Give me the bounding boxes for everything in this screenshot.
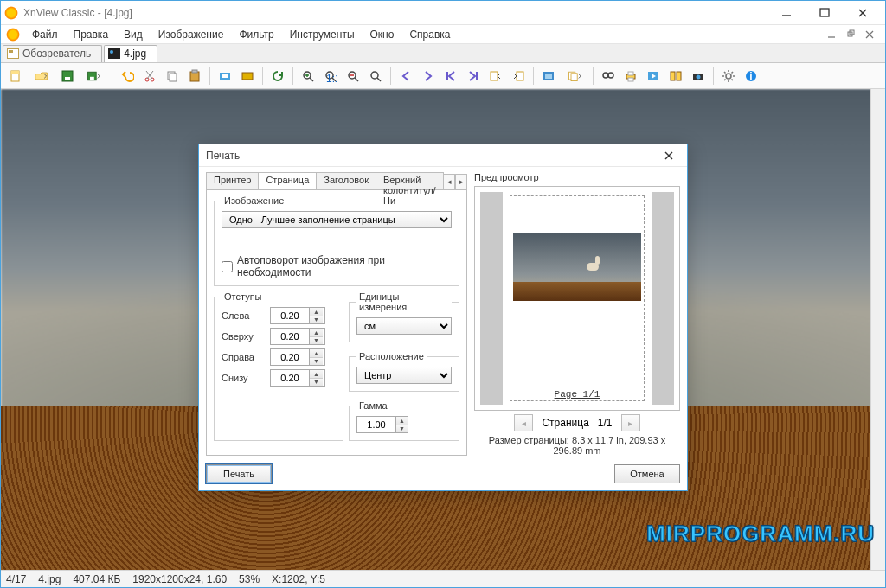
tool-slideshow[interactable] xyxy=(644,67,663,86)
mdi-restore-button[interactable] xyxy=(844,28,857,42)
margin-left-spin[interactable]: ▲▼ xyxy=(270,307,325,324)
tool-print[interactable] xyxy=(621,67,640,86)
print-button[interactable]: Печать xyxy=(206,464,272,483)
placement-group: Расположение Центр xyxy=(349,351,459,392)
dialog-tab-page[interactable]: Страница xyxy=(258,172,317,189)
margin-top-input[interactable] xyxy=(271,329,309,344)
dialog-tab-header[interactable]: Заголовок xyxy=(316,172,376,189)
svg-point-57 xyxy=(726,74,731,79)
menu-filter[interactable]: Фильтр xyxy=(232,27,280,42)
spin-up-icon[interactable]: ▲ xyxy=(310,349,323,358)
preview-page: Page 1/1 xyxy=(506,192,648,405)
margin-right-spin[interactable]: ▲▼ xyxy=(270,348,325,366)
spin-down-icon[interactable]: ▼ xyxy=(310,316,323,324)
autorotate-checkbox[interactable] xyxy=(222,261,233,272)
tab-scroll-right[interactable]: ▸ xyxy=(455,174,467,189)
menu-window[interactable]: Окно xyxy=(363,27,401,42)
margin-bottom-spin[interactable]: ▲▼ xyxy=(270,369,325,387)
tool-zoom-in[interactable] xyxy=(299,67,318,86)
svg-rect-51 xyxy=(628,78,633,81)
tool-save[interactable] xyxy=(58,67,77,86)
svg-point-47 xyxy=(608,73,613,78)
margin-right-input[interactable] xyxy=(271,349,309,365)
window-maximize-button[interactable] xyxy=(806,3,844,23)
margin-top-spin[interactable]: ▲▼ xyxy=(270,328,325,345)
toolbar-sep xyxy=(292,67,293,85)
spin-down-icon[interactable]: ▼ xyxy=(396,425,408,433)
dialog-tab-printer[interactable]: Принтер xyxy=(206,172,259,189)
tool-settings[interactable] xyxy=(719,67,738,86)
menu-tools[interactable]: Инструменты xyxy=(283,27,362,42)
spin-down-icon[interactable]: ▼ xyxy=(310,358,323,366)
tool-screenshot[interactable] xyxy=(215,67,234,86)
dialog-close-button[interactable] xyxy=(658,147,680,164)
content-viewport[interactable]: MIRPROGRAMM.RU Печать Принтер Страница З… xyxy=(1,89,885,570)
status-zoom: 53% xyxy=(239,573,260,585)
gamma-input[interactable] xyxy=(357,417,395,432)
tool-cut[interactable] xyxy=(140,67,159,86)
tool-nav-last[interactable] xyxy=(464,67,483,86)
svg-text:i: i xyxy=(749,70,752,82)
tool-about[interactable]: i xyxy=(742,67,761,86)
spin-up-icon[interactable]: ▲ xyxy=(310,370,323,379)
margin-bottom-input[interactable] xyxy=(271,370,309,386)
tab-scroll-left[interactable]: ◂ xyxy=(443,174,455,189)
tool-save-as[interactable] xyxy=(80,67,106,86)
tool-paste[interactable] xyxy=(185,67,204,86)
dialog-titlebar[interactable]: Печать xyxy=(199,144,687,167)
svg-rect-21 xyxy=(190,72,199,81)
tool-zoom-out[interactable] xyxy=(343,67,363,86)
mdi-controls xyxy=(821,28,880,42)
menu-image[interactable]: Изображение xyxy=(151,27,231,42)
menu-help[interactable]: Справка xyxy=(402,27,457,42)
placement-group-label: Расположение xyxy=(356,351,427,361)
tool-find[interactable] xyxy=(599,67,618,86)
spin-up-icon[interactable]: ▲ xyxy=(310,329,323,337)
preview-prev-button[interactable]: ◂ xyxy=(514,414,533,431)
tool-nav-prev[interactable] xyxy=(396,67,415,86)
tool-new[interactable] xyxy=(6,67,25,86)
vertical-scrollbar[interactable] xyxy=(870,89,885,570)
tool-reload[interactable] xyxy=(268,67,287,86)
preview-next-button[interactable]: ▸ xyxy=(621,414,640,431)
tool-page-next[interactable] xyxy=(509,67,528,86)
spin-down-icon[interactable]: ▼ xyxy=(310,379,323,387)
spin-up-icon[interactable]: ▲ xyxy=(396,417,408,425)
app-icon xyxy=(4,6,18,20)
window-minimize-button[interactable] xyxy=(767,3,806,23)
menu-view[interactable]: Вид xyxy=(117,27,150,42)
dialog-tab-footer[interactable]: Верхний колонтитул/Ни xyxy=(376,172,444,189)
tool-page-prev[interactable] xyxy=(486,67,505,86)
dialog-title: Печать xyxy=(206,150,240,162)
tool-undo[interactable] xyxy=(118,67,137,86)
tool-compare[interactable] xyxy=(666,67,685,86)
tool-zoom-100[interactable]: 1:1 xyxy=(321,67,340,86)
spin-up-icon[interactable]: ▲ xyxy=(310,308,323,316)
tool-open[interactable] xyxy=(29,67,55,86)
units-select[interactable]: см xyxy=(356,317,452,335)
spin-down-icon[interactable]: ▼ xyxy=(310,337,323,345)
tool-nav-first[interactable] xyxy=(441,67,460,86)
menu-edit[interactable]: Правка xyxy=(67,27,116,42)
menu-file[interactable]: Файл xyxy=(25,27,65,42)
mdi-minimize-button[interactable] xyxy=(825,28,838,42)
toolbar-sep xyxy=(713,67,714,85)
cancel-button[interactable]: Отмена xyxy=(614,464,680,483)
gamma-spin[interactable]: ▲▼ xyxy=(356,416,408,433)
mdi-close-button[interactable] xyxy=(863,28,876,42)
tool-zoom-fit[interactable] xyxy=(366,67,385,86)
tab-image[interactable]: 4.jpg xyxy=(104,45,157,62)
tab-browser[interactable]: Обозреватель xyxy=(3,45,102,62)
tool-fullscreen[interactable] xyxy=(539,67,558,86)
window-close-button[interactable] xyxy=(844,3,882,23)
margin-left-input[interactable] xyxy=(271,308,309,323)
tool-copy[interactable] xyxy=(163,67,182,86)
svg-line-34 xyxy=(355,78,358,81)
tool-nav-next[interactable] xyxy=(419,67,438,86)
image-mode-select[interactable]: Одно - Лучшее заполнение страницы xyxy=(222,211,452,228)
tool-capture[interactable] xyxy=(689,67,708,86)
placement-select[interactable]: Центр xyxy=(356,367,452,384)
tool-batch[interactable] xyxy=(562,67,587,86)
svg-line-27 xyxy=(310,78,313,81)
tool-scan[interactable] xyxy=(238,67,257,86)
